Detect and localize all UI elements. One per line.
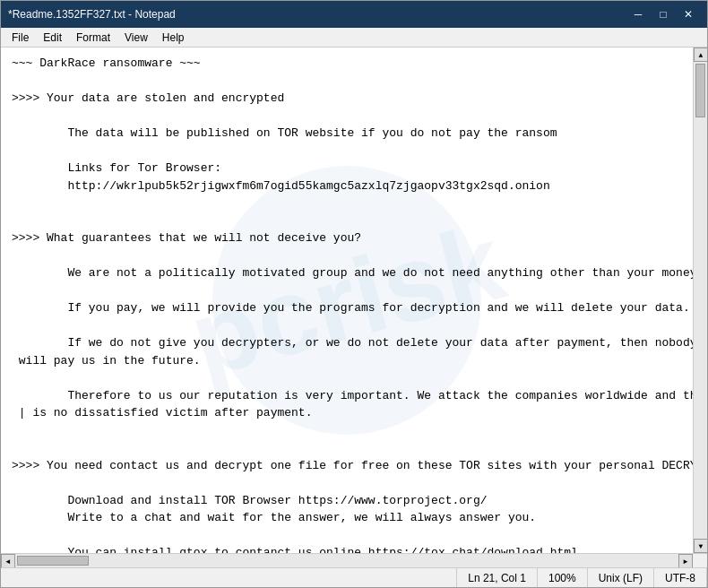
vertical-scrollbar[interactable]: ▲ ▼ bbox=[693, 48, 707, 553]
scroll-up-arrow[interactable]: ▲ bbox=[694, 48, 707, 62]
close-button[interactable]: ✕ bbox=[677, 5, 700, 23]
scroll-left-arrow[interactable]: ◄ bbox=[1, 554, 15, 568]
status-line-ending: Unix (LF) bbox=[588, 568, 654, 587]
horizontal-scrollbar[interactable]: ◄ ► bbox=[1, 553, 707, 567]
scroll-down-arrow[interactable]: ▼ bbox=[694, 539, 707, 553]
window-controls: ─ □ ✕ bbox=[626, 5, 700, 23]
scroll-right-arrow[interactable]: ► bbox=[678, 554, 693, 568]
notepad-window: *Readme.1352FF327.txt - Notepad ─ □ ✕ Fi… bbox=[0, 0, 708, 588]
menu-bar: File Edit Format View Help bbox=[1, 28, 707, 48]
maximize-button[interactable]: □ bbox=[652, 5, 675, 23]
content-area: pcrisk ~~~ DarkRace ransomware ~~~ >>>> … bbox=[1, 48, 707, 553]
status-spacer bbox=[1, 568, 457, 587]
scroll-track-h[interactable] bbox=[15, 554, 678, 567]
title-bar: *Readme.1352FF327.txt - Notepad ─ □ ✕ bbox=[1, 1, 707, 28]
menu-file[interactable]: File bbox=[4, 30, 36, 46]
menu-format[interactable]: Format bbox=[69, 30, 117, 46]
window-title: *Readme.1352FF327.txt - Notepad bbox=[8, 8, 176, 21]
menu-help[interactable]: Help bbox=[155, 30, 192, 46]
scroll-track-v[interactable] bbox=[694, 62, 707, 539]
status-encoding: UTF-8 bbox=[654, 568, 707, 587]
document-text[interactable]: ~~~ DarkRace ransomware ~~~ >>>> Your da… bbox=[12, 55, 682, 553]
menu-view[interactable]: View bbox=[117, 30, 155, 46]
status-bar: Ln 21, Col 1 100% Unix (LF) UTF-8 bbox=[1, 567, 707, 587]
text-editor[interactable]: pcrisk ~~~ DarkRace ransomware ~~~ >>>> … bbox=[1, 48, 693, 553]
scroll-thumb-v[interactable] bbox=[695, 64, 705, 117]
scrollbar-corner bbox=[693, 554, 707, 568]
menu-edit[interactable]: Edit bbox=[36, 30, 69, 46]
scroll-thumb-h[interactable] bbox=[17, 556, 89, 566]
minimize-button[interactable]: ─ bbox=[626, 5, 650, 23]
status-position: Ln 21, Col 1 bbox=[457, 568, 538, 587]
status-zoom: 100% bbox=[538, 568, 588, 587]
